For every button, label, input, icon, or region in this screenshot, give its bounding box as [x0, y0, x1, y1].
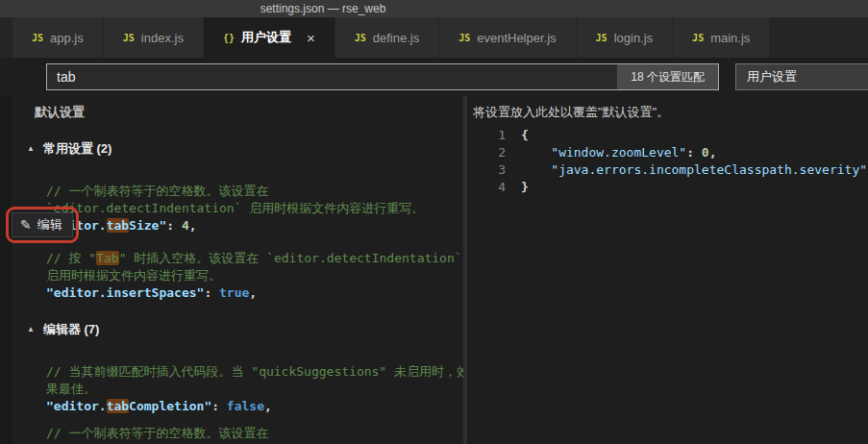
tab-label: define.js [373, 31, 419, 45]
tab-label: eventHelper.js [477, 31, 556, 45]
settings-group-header[interactable]: ▲常用设置 (2) [27, 140, 463, 158]
code-token: 0 [702, 145, 709, 160]
left-gutter-strip [0, 96, 12, 444]
code-token: "window.zoomLevel" [551, 145, 686, 160]
edit-popup-highlight-annotation: ✎ 编辑 [6, 207, 79, 243]
code-token: // 一个制表符等于的空格数。该设置在 [46, 184, 268, 198]
code-token: , [249, 285, 257, 300]
js-file-icon: JS [596, 33, 608, 43]
code-token: , [264, 399, 272, 413]
code-token: : [166, 218, 182, 233]
tab-bar-spacer [0, 17, 12, 58]
line-number: 1 [471, 127, 506, 144]
code-token: // 按 " [46, 251, 96, 265]
code-line: 3 "java.errors.incompleteClasspath.sever… [471, 161, 868, 179]
code-token: , [189, 218, 197, 233]
code-token: 果最佳。 [46, 382, 96, 396]
code-token: "editor. [46, 399, 107, 413]
tab-bar: JSapp.jsJSindex.js{}用户设置×JSdefine.jsJSev… [0, 17, 868, 58]
tab-app.js[interactable]: JSapp.js [12, 17, 104, 58]
js-file-icon: JS [459, 33, 470, 43]
default-settings-pane: 默认设置 ▲常用设置 (2)// 一个制表符等于的空格数。该设置在`editor… [12, 96, 463, 444]
window-title: settings.json — rse_web [0, 0, 646, 17]
tab-label: main.js [710, 31, 750, 45]
tab-bar-tabs: JSapp.jsJSindex.js{}用户设置×JSdefine.jsJSev… [12, 17, 770, 58]
code-token: Size" [129, 218, 166, 233]
json-file-icon: {} [223, 33, 235, 43]
tab-define.js[interactable]: JSdefine.js [335, 17, 439, 58]
user-settings-hint: 将设置放入此处以覆盖"默认设置"。 [473, 104, 868, 121]
code-token [521, 145, 551, 160]
code-token: " 时插入空格。该设置在 `editor.detectIndentation` [119, 251, 462, 265]
line-number: 4 [471, 179, 506, 196]
code-line: 1{ [471, 127, 868, 144]
code-token: "editor.insertSpaces" [46, 285, 204, 300]
code-line: // 当其前缀匹配时插入代码段。当 "quickSuggestions" 未启用… [46, 363, 463, 381]
edit-setting-button[interactable]: ✎ 编辑 [12, 212, 73, 237]
code-line: 果最佳。 [46, 381, 463, 398]
code-line: 启用时根据文件内容进行重写。 [46, 267, 463, 284]
search-match-highlight: tab [107, 218, 129, 233]
code-token: // 当其前缀匹配时插入代码段。当 "quickSuggestions" 未启用… [46, 364, 463, 379]
js-file-icon: JS [32, 33, 43, 43]
js-file-icon: JS [692, 33, 704, 43]
default-settings-header: 默认设置 [35, 104, 463, 121]
code-token: true [219, 285, 249, 300]
code-line: "editor.tabSize": 4, [46, 217, 463, 234]
code-token: `editor.detectIndentation` 启用时根据文件内容进行重写… [46, 201, 424, 215]
code-line: 2 "window.zoomLevel": 0, [471, 144, 868, 161]
settings-editor-split: 默认设置 ▲常用设置 (2)// 一个制表符等于的空格数。该设置在`editor… [0, 96, 868, 444]
code-text: "window.zoomLevel": 0, [521, 144, 717, 161]
line-number: 3 [471, 161, 506, 179]
code-token: { [521, 128, 529, 142]
js-file-icon: JS [355, 33, 366, 43]
collapse-triangle-icon[interactable]: ▲ [27, 321, 35, 338]
tab-label: app.js [50, 31, 84, 45]
code-token: false [227, 399, 264, 413]
code-line: "editor.insertSpaces": true, [46, 284, 463, 302]
search-match-highlight: tab [107, 399, 129, 413]
js-file-icon: JS [123, 33, 135, 43]
code-token: 常用设置 (2) [43, 140, 112, 158]
settings-group-header[interactable]: ▲编辑器 (7) [27, 321, 463, 338]
code-line: `editor.detectIndentation` 启用时根据文件内容进行重写… [46, 200, 463, 217]
tab-label: login.js [614, 31, 653, 45]
code-line: // 一个制表符等于的空格数。该设置在 [46, 425, 463, 442]
code-token: : [686, 145, 702, 160]
code-text: { [521, 127, 529, 144]
match-count-badge: 18 个设置匹配 [617, 64, 718, 89]
tab-index.js[interactable]: JSindex.js [104, 17, 204, 58]
collapse-triangle-icon[interactable]: ▲ [27, 140, 35, 158]
tab-label: 用户设置 [241, 29, 291, 46]
close-tab-icon[interactable]: × [307, 31, 315, 45]
default-settings-code: ▲常用设置 (2)// 一个制表符等于的空格数。该设置在`editor.dete… [27, 140, 463, 442]
tab-用户设置[interactable]: {}用户设置× [204, 17, 335, 58]
code-token: 启用时根据文件内容进行重写。 [46, 268, 221, 283]
code-token: , [709, 145, 717, 160]
settings-search-row: 18 个设置匹配 用户设置 [0, 58, 868, 96]
line-number: 2 [471, 144, 506, 161]
tab-login.js[interactable]: JSlogin.js [577, 17, 674, 58]
tab-label: index.js [141, 31, 184, 45]
code-token: // 一个制表符等于的空格数。该设置在 [46, 426, 268, 440]
code-token: } [521, 180, 529, 194]
code-text: } [521, 179, 529, 196]
code-token: 4 [182, 218, 189, 233]
tab-eventHelper.js[interactable]: JSeventHelper.js [439, 17, 576, 58]
edit-setting-label: 编辑 [37, 216, 62, 234]
code-token: "java.errors.incompleteClasspath.severit… [551, 162, 867, 177]
search-match-highlight: Tab [96, 251, 118, 265]
code-token: : [211, 399, 227, 413]
code-line: "editor.tabCompletion": false, [46, 398, 463, 415]
pencil-icon: ✎ [20, 218, 32, 232]
code-line: 4} [471, 179, 868, 196]
user-settings-pane: 将设置放入此处以覆盖"默认设置"。 1{2 "window.zoomLevel"… [467, 96, 868, 444]
code-text: "java.errors.incompleteClasspath.severit… [521, 161, 868, 179]
user-settings-code[interactable]: 1{2 "window.zoomLevel": 0,3 "java.errors… [471, 127, 868, 196]
tab-main.js[interactable]: JSmain.js [673, 17, 770, 58]
settings-search-input[interactable] [47, 64, 617, 89]
code-token [521, 162, 551, 177]
settings-scope-dropdown[interactable]: 用户设置 [735, 63, 868, 90]
window-title-bar: settings.json — rse_web [0, 0, 868, 17]
settings-search-box: 18 个设置匹配 [46, 63, 719, 90]
